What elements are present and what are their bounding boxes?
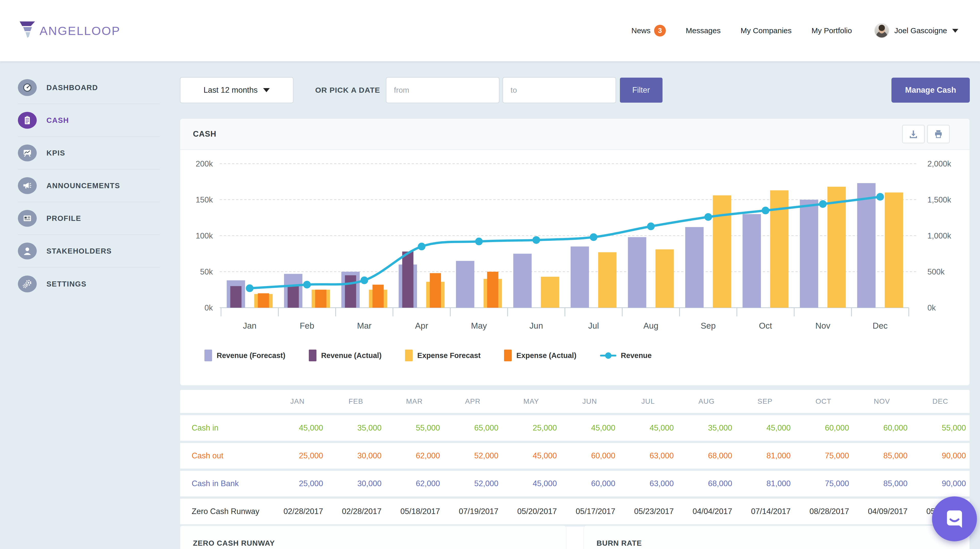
chart-board-icon <box>18 145 37 161</box>
svg-text:Mar: Mar <box>357 321 372 330</box>
id-card-icon <box>18 210 37 227</box>
table-cell: 68,000 <box>677 479 736 488</box>
from-date-input[interactable] <box>386 77 500 103</box>
chevron-down-icon <box>952 29 958 33</box>
legend-item[interactable]: Expense Forecast <box>405 350 480 361</box>
filter-bar: Last 12 months OR PICK A DATE Filter Man… <box>180 77 970 103</box>
svg-text:Oct: Oct <box>759 321 772 330</box>
table-cell: 55,000 <box>385 423 444 432</box>
app-header: ANGELLOOP News 3 Messages My Companies M… <box>0 0 980 61</box>
printer-icon <box>933 129 943 139</box>
table-cell: 05/17/2017 <box>560 507 619 516</box>
chat-icon <box>943 507 966 531</box>
table-row: Cash out25,00030,00062,00052,00045,00060… <box>180 443 970 469</box>
table-cell: 08/28/2017 <box>794 507 853 516</box>
table-cell: 90,000 <box>911 479 969 488</box>
table-cell: 60,000 <box>853 423 911 432</box>
row-label: Cash in Bank <box>180 479 268 488</box>
svg-text:500k: 500k <box>928 267 945 276</box>
table-cell: 04/04/2017 <box>677 507 736 516</box>
svg-text:1,500k: 1,500k <box>928 195 951 204</box>
table-header-row: JANFEBMARAPRMAYJUNJULAUGSEPOCTNOVDEC <box>180 389 970 413</box>
table-cell: 02/28/2017 <box>327 507 385 516</box>
sidebar-item-stakeholders[interactable]: STAKEHOLDERS <box>18 235 160 268</box>
legend-swatch <box>504 350 512 361</box>
svg-text:2,000k: 2,000k <box>928 160 951 168</box>
nav-my-portfolio[interactable]: My Portfolio <box>811 26 852 35</box>
table-cell: 25,000 <box>268 451 327 460</box>
sidebar-item-announcements[interactable]: ANNOUNCEMENTS <box>18 169 160 202</box>
download-button[interactable] <box>902 125 924 143</box>
nav-messages[interactable]: Messages <box>686 26 721 35</box>
table-row: Zero Cash Runway02/28/201702/28/201705/1… <box>180 498 970 525</box>
sidebar-item-profile[interactable]: PROFILE <box>18 202 160 235</box>
nav-news[interactable]: News 3 <box>632 25 666 37</box>
table-cell: 81,000 <box>736 451 794 460</box>
table-cell: 25,000 <box>502 423 560 432</box>
table-cell: 05/23/2017 <box>619 507 677 516</box>
legend-label: Expense Forecast <box>417 351 480 360</box>
print-button[interactable] <box>927 125 950 143</box>
legend-label: Expense (Actual) <box>516 351 576 360</box>
sidebar: DASHBOARD CASH KPIS ANNOUNCEMENTS PROFIL… <box>0 61 169 549</box>
svg-text:Jun: Jun <box>530 321 543 330</box>
column-header: JAN <box>268 397 327 405</box>
gears-icon <box>18 276 37 292</box>
svg-text:Dec: Dec <box>873 321 888 330</box>
sidebar-item-kpis[interactable]: KPIS <box>18 137 160 169</box>
manage-cash-button[interactable]: Manage Cash <box>891 78 970 103</box>
table-cell: 90,000 <box>911 451 969 460</box>
user-menu[interactable]: Joel Gascoigne <box>874 23 958 38</box>
table-cell: 07/19/2017 <box>444 507 502 516</box>
column-header: SEP <box>736 397 794 405</box>
sidebar-item-settings[interactable]: SETTINGS <box>18 268 160 300</box>
legend-item[interactable]: Revenue <box>600 350 652 361</box>
card-title: ZERO CASH RUNWAY <box>193 539 553 547</box>
table-cell: 63,000 <box>619 479 677 488</box>
table-cell: 75,000 <box>794 479 853 488</box>
table-cell: 75,000 <box>794 451 853 460</box>
legend-item[interactable]: Revenue (Actual) <box>309 350 382 361</box>
brand-logo[interactable]: ANGELLOOP <box>19 20 121 41</box>
date-range-dropdown[interactable]: Last 12 months <box>180 77 293 103</box>
person-icon <box>18 243 37 259</box>
megaphone-icon <box>18 177 37 194</box>
svg-text:Aug: Aug <box>643 321 659 330</box>
row-label: Cash in <box>180 423 268 432</box>
table-cell: 60,000 <box>560 451 619 460</box>
table-cell: 35,000 <box>677 423 736 432</box>
table-cell: 45,000 <box>736 423 794 432</box>
column-header: OCT <box>794 397 853 405</box>
legend-label: Revenue <box>621 351 652 360</box>
table-cell: 68,000 <box>677 451 736 460</box>
cash-chart[interactable]: 0k0k50k500k100k1,000k150k1,500k200k2,000… <box>180 152 970 349</box>
sidebar-item-cash[interactable]: CASH <box>18 104 160 137</box>
chat-launcher-button[interactable] <box>932 496 977 541</box>
column-header: MAY <box>502 397 560 405</box>
legend-item[interactable]: Expense (Actual) <box>504 350 576 361</box>
filter-button[interactable]: Filter <box>620 78 662 103</box>
svg-text:Nov: Nov <box>815 321 830 330</box>
download-icon <box>908 129 918 139</box>
svg-text:May: May <box>471 321 487 330</box>
chart-legend: Revenue (Forecast)Revenue (Actual)Expens… <box>204 350 969 361</box>
table-cell: 07/14/2017 <box>736 507 794 516</box>
nav-my-companies[interactable]: My Companies <box>741 26 792 35</box>
burn-rate-card: BURN RATE <box>584 525 970 549</box>
legend-label: Revenue (Actual) <box>321 351 382 360</box>
svg-text:100k: 100k <box>196 231 213 240</box>
svg-text:Feb: Feb <box>300 321 314 330</box>
legend-swatch <box>204 350 212 361</box>
table-cell: 05/18/2017 <box>385 507 444 516</box>
gauge-icon <box>18 79 37 96</box>
bottom-cards: ZERO CASH RUNWAY BURN RATE <box>180 525 970 549</box>
legend-item[interactable]: Revenue (Forecast) <box>204 350 285 361</box>
table-cell: 60,000 <box>794 423 853 432</box>
panel-tools <box>902 125 950 143</box>
to-date-input[interactable] <box>503 77 616 103</box>
table-cell: 81,000 <box>736 479 794 488</box>
sidebar-item-dashboard[interactable]: DASHBOARD <box>18 72 160 104</box>
table-cell: 85,000 <box>853 479 911 488</box>
cash-panel-header: CASH <box>180 119 969 150</box>
row-label: Zero Cash Runway <box>180 507 268 516</box>
